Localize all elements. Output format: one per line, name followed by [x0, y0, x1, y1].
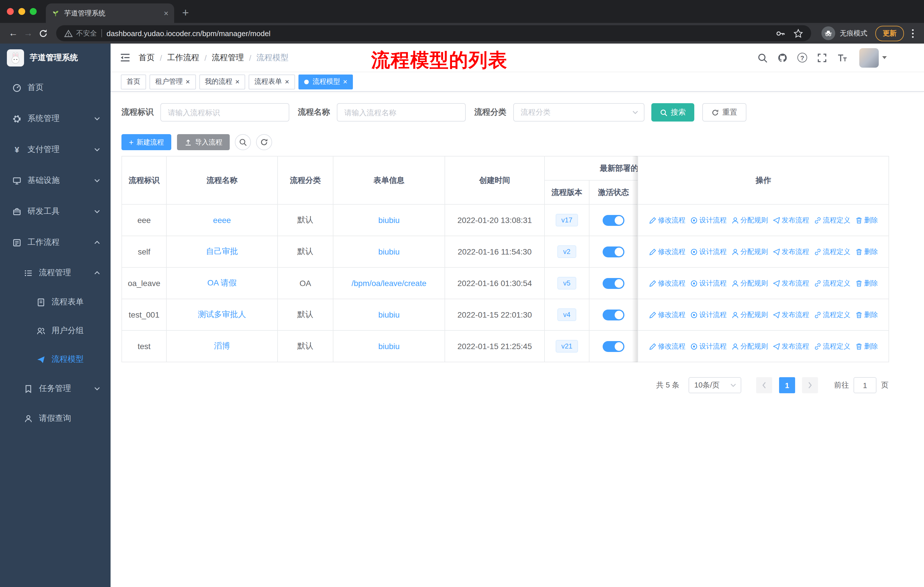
action-delete[interactable]: 删除 — [855, 247, 878, 256]
sidebar-item-home[interactable]: 首页 — [0, 72, 111, 103]
import-process-button[interactable]: 导入流程 — [177, 134, 230, 150]
process-name-link[interactable]: 滔博 — [214, 341, 230, 350]
font-size-icon[interactable] — [837, 53, 847, 63]
action-design[interactable]: 设计流程 — [690, 215, 727, 225]
search-icon[interactable] — [757, 53, 767, 63]
close-window-button[interactable] — [7, 8, 14, 15]
close-icon[interactable]: × — [235, 78, 239, 85]
sidebar-item-process-mgmt[interactable]: 流程管理 — [0, 258, 111, 288]
password-key-icon[interactable] — [776, 28, 785, 38]
prev-page-button[interactable] — [756, 377, 772, 393]
sidebar-item-user-group[interactable]: 用户分组 — [0, 316, 111, 345]
search-button[interactable]: 搜索 — [651, 103, 694, 122]
form-link[interactable]: biubiu — [378, 247, 400, 256]
version-badge[interactable]: v5 — [558, 277, 576, 289]
action-design[interactable]: 设计流程 — [690, 341, 727, 351]
process-key-input[interactable] — [160, 103, 289, 122]
action-delete[interactable]: 删除 — [855, 278, 878, 288]
browser-update-button[interactable]: 更新 — [875, 25, 904, 41]
active-toggle[interactable] — [602, 341, 624, 352]
tag-process-model[interactable]: 流程模型× — [299, 74, 353, 89]
action-publish[interactable]: 发布流程 — [772, 341, 809, 351]
tab-close-icon[interactable]: × — [164, 9, 168, 17]
fullscreen-icon[interactable] — [817, 53, 827, 63]
action-assign[interactable]: 分配规则 — [731, 341, 768, 351]
forward-button[interactable]: → — [21, 28, 36, 38]
sidebar-item-payment[interactable]: ¥ 支付管理 — [0, 134, 111, 165]
form-link[interactable]: biubiu — [378, 215, 400, 225]
action-definition[interactable]: 流程定义 — [814, 278, 850, 288]
browser-menu-button[interactable] — [912, 29, 914, 38]
next-page-button[interactable] — [802, 377, 818, 393]
action-assign[interactable]: 分配规则 — [731, 278, 768, 288]
sidebar-item-process-form[interactable]: 流程表单 — [0, 288, 111, 316]
back-button[interactable]: ← — [6, 28, 21, 38]
active-toggle[interactable] — [602, 309, 624, 320]
sidebar-item-devtools[interactable]: 研发工具 — [0, 196, 111, 227]
url-text[interactable]: dashboard.yudao.iocoder.cn/bpm/manager/m… — [107, 29, 767, 38]
version-badge[interactable]: v21 — [556, 340, 578, 352]
action-publish[interactable]: 发布流程 — [772, 278, 809, 288]
active-toggle[interactable] — [602, 215, 624, 226]
close-icon[interactable]: × — [343, 78, 347, 85]
minimize-window-button[interactable] — [18, 8, 25, 15]
sidebar-item-infra[interactable]: 基础设施 — [0, 165, 111, 196]
action-definition[interactable]: 流程定义 — [814, 215, 850, 225]
tag-process-form[interactable]: 流程表单× — [249, 74, 295, 89]
form-link[interactable]: biubiu — [378, 310, 400, 319]
action-delete[interactable]: 删除 — [855, 310, 878, 319]
action-assign[interactable]: 分配规则 — [731, 215, 768, 225]
browser-tab[interactable]: 芋道管理系统 × — [46, 3, 174, 23]
action-assign[interactable]: 分配规则 — [731, 310, 768, 319]
active-toggle[interactable] — [602, 246, 624, 257]
zoom-window-button[interactable] — [30, 8, 37, 15]
process-name-input[interactable] — [337, 103, 466, 122]
goto-page-input[interactable] — [853, 377, 876, 393]
process-name-link[interactable]: OA 请假 — [207, 278, 237, 287]
process-name-link[interactable]: eeee — [213, 215, 231, 225]
action-edit[interactable]: 修改流程 — [649, 215, 685, 225]
action-assign[interactable]: 分配规则 — [731, 247, 768, 256]
reload-button[interactable] — [36, 28, 50, 38]
action-design[interactable]: 设计流程 — [690, 310, 727, 319]
action-definition[interactable]: 流程定义 — [814, 341, 850, 351]
action-delete[interactable]: 删除 — [855, 215, 878, 225]
tag-tenant[interactable]: 租户管理× — [150, 74, 196, 89]
new-tab-button[interactable]: + — [182, 7, 189, 18]
page-size-select[interactable]: 10条/页 — [688, 377, 741, 393]
help-icon[interactable]: ? — [797, 53, 807, 63]
current-page-button[interactable]: 1 — [779, 377, 795, 393]
active-toggle[interactable] — [602, 278, 624, 289]
breadcrumb-process-mgmt[interactable]: 流程管理 — [212, 53, 244, 63]
sidebar-item-workflow[interactable]: 工作流程 — [0, 227, 111, 258]
sidebar-item-process-model[interactable]: 流程模型 — [0, 345, 111, 374]
github-icon[interactable] — [777, 53, 788, 63]
user-menu[interactable] — [859, 48, 887, 67]
sidebar-item-leave-query[interactable]: 请假查询 — [0, 403, 111, 433]
action-delete[interactable]: 删除 — [855, 341, 878, 351]
process-name-link[interactable]: 自己审批 — [206, 246, 238, 256]
sidebar-item-task-mgmt[interactable]: 任务管理 — [0, 374, 111, 403]
form-link[interactable]: /bpm/oa/leave/create — [351, 279, 426, 288]
close-icon[interactable]: × — [186, 78, 190, 85]
toggle-search-button[interactable] — [235, 134, 251, 150]
action-definition[interactable]: 流程定义 — [814, 310, 850, 319]
action-definition[interactable]: 流程定义 — [814, 247, 850, 256]
address-bar[interactable]: 不安全 dashboard.yudao.iocoder.cn/bpm/manag… — [56, 25, 811, 41]
tag-home[interactable]: 首页 — [121, 74, 146, 89]
close-icon[interactable]: × — [285, 78, 289, 85]
create-process-button[interactable]: + 新建流程 — [121, 134, 171, 150]
category-select[interactable]: 流程分类 — [513, 103, 644, 122]
action-publish[interactable]: 发布流程 — [772, 215, 809, 225]
breadcrumb-home[interactable]: 首页 — [139, 53, 155, 63]
form-link[interactable]: biubiu — [378, 342, 400, 351]
tag-my-process[interactable]: 我的流程× — [199, 74, 245, 89]
bookmark-star-icon[interactable] — [794, 28, 803, 38]
action-edit[interactable]: 修改流程 — [649, 341, 685, 351]
security-warning[interactable]: 不安全 — [64, 28, 97, 38]
refresh-table-button[interactable] — [256, 134, 272, 150]
action-edit[interactable]: 修改流程 — [649, 310, 685, 319]
reset-button[interactable]: 重置 — [702, 103, 746, 122]
sidebar-item-system[interactable]: 系统管理 — [0, 103, 111, 134]
breadcrumb-workflow[interactable]: 工作流程 — [167, 53, 200, 63]
